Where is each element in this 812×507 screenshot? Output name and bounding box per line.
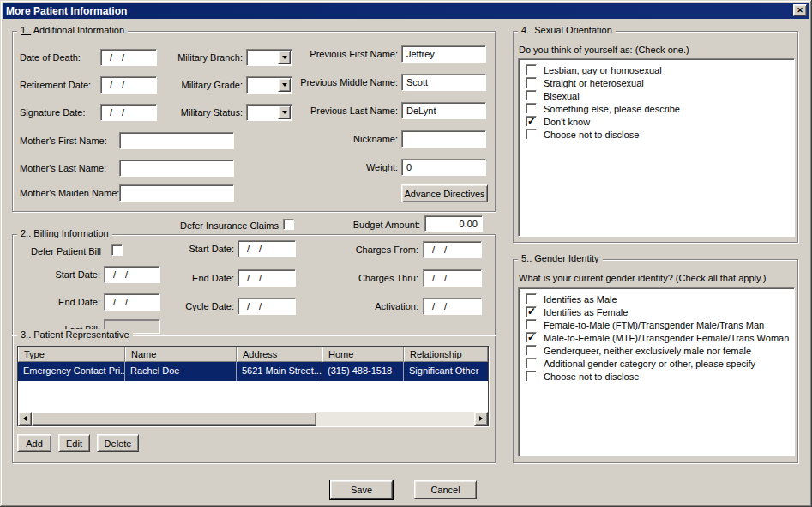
scroll-left-button[interactable] xyxy=(18,412,32,426)
sexual-orientation-question: Do you think of yourself as: (Check one.… xyxy=(519,45,689,56)
list-item[interactable]: Identifies as Male xyxy=(519,293,794,305)
nickname-label: Nickname: xyxy=(283,134,398,145)
previous-middle-name-field[interactable]: Scott xyxy=(401,74,486,91)
previous-first-name-label: Previous First Name: xyxy=(283,49,398,60)
list-item[interactable]: Identifies as Female xyxy=(519,305,794,318)
cell-type: Emergency Contact Pri... xyxy=(18,362,125,381)
cancel-button[interactable]: Cancel xyxy=(414,480,477,499)
checkbox[interactable] xyxy=(526,103,537,114)
more-patient-information-dialog: More Patient Information ✕ 1.. Additiona… xyxy=(0,0,812,507)
group4-title: 4.. Sexual Orientation xyxy=(518,25,616,35)
military-branch-label: Military Branch: xyxy=(137,52,243,63)
billing-start-date-field[interactable]: / / xyxy=(104,266,160,283)
claims-end-date-label: End Date: xyxy=(154,273,234,284)
table-row-selected[interactable]: Emergency Contact Pri... Rachel Doe 5621… xyxy=(18,362,488,381)
military-grade-label: Military Grade: xyxy=(137,80,243,91)
list-item[interactable]: Straight or heterosexual xyxy=(519,76,794,89)
checkbox[interactable] xyxy=(526,116,537,127)
billing-end-date-field[interactable]: / / xyxy=(104,293,160,311)
charges-thru-field[interactable]: / / xyxy=(423,269,482,287)
retirement-date-label: Retirement Date: xyxy=(20,80,91,91)
billing-end-date-label: End Date: xyxy=(26,297,100,308)
previous-middle-name-label: Previous Middle Name: xyxy=(283,77,398,88)
activation-field[interactable]: / / xyxy=(423,298,482,315)
mothers-last-name-field[interactable] xyxy=(119,160,234,177)
cycle-date-label: Cycle Date: xyxy=(154,301,234,312)
edit-button[interactable]: Edit xyxy=(58,434,90,452)
arrow-right-icon xyxy=(479,416,483,421)
claims-end-date-field[interactable]: / / xyxy=(238,269,296,287)
charges-from-field[interactable]: / / xyxy=(423,241,482,258)
signature-date-label: Signature Date: xyxy=(20,107,85,118)
scrollbar-thumb[interactable] xyxy=(32,412,316,426)
defer-patient-bill-label: Defer Patient Bill xyxy=(31,246,101,257)
cell-relationship: Significant Other xyxy=(404,362,488,381)
table-empty-area xyxy=(18,381,488,412)
cycle-date-field[interactable]: / / xyxy=(238,298,296,315)
checkbox[interactable] xyxy=(526,306,537,317)
previous-last-name-field[interactable]: DeLynt xyxy=(401,102,486,119)
column-header-home[interactable]: Home xyxy=(322,347,404,362)
checkbox[interactable] xyxy=(526,129,537,140)
mothers-maiden-name-field[interactable] xyxy=(119,184,234,202)
billing-start-date-label: Start Date: xyxy=(26,269,100,281)
gender-identity-list: Identifies as Male Identifies as Female … xyxy=(518,287,795,456)
weight-label: Weight: xyxy=(283,162,398,173)
checkbox[interactable] xyxy=(526,64,537,75)
list-item[interactable]: Lesbian, gay or homosexual xyxy=(519,63,794,76)
military-status-label: Military Status: xyxy=(137,107,243,118)
weight-field[interactable]: 0 xyxy=(401,159,486,176)
list-item[interactable]: Choose not to disclose xyxy=(519,128,794,141)
checkbox[interactable] xyxy=(526,371,537,382)
column-header-name[interactable]: Name xyxy=(125,347,237,362)
delete-button[interactable]: Delete xyxy=(97,434,139,452)
checkbox[interactable] xyxy=(526,77,537,88)
sexual-orientation-list: Lesbian, gay or homosexual Straight or h… xyxy=(518,58,795,237)
checkbox[interactable] xyxy=(526,332,537,343)
title-bar[interactable]: More Patient Information ✕ xyxy=(3,3,809,19)
defer-insurance-claims-label: Defer Insurance Claims xyxy=(176,220,279,232)
group2-title: 2.. Billing Information xyxy=(17,228,112,238)
list-item[interactable]: Something else, please describe xyxy=(519,102,794,115)
claims-start-date-field[interactable]: / / xyxy=(238,240,296,257)
add-button[interactable]: Add xyxy=(17,434,51,452)
list-item[interactable]: Genderqueer, neither exclusively male no… xyxy=(519,344,794,357)
checkbox[interactable] xyxy=(526,293,537,305)
cell-address: 5621 Main Street... xyxy=(237,362,322,381)
checkbox[interactable] xyxy=(526,345,537,356)
gender-identity-question: What is your current gender identity? (C… xyxy=(519,273,766,284)
list-item[interactable]: Male-to-Female (MTF)/Transgender Female/… xyxy=(519,331,794,344)
defer-insurance-claims-checkbox[interactable] xyxy=(283,219,294,230)
previous-last-name-label: Previous Last Name: xyxy=(283,106,398,117)
checkbox[interactable] xyxy=(526,319,537,330)
group3-title: 3.. Patient Representative xyxy=(17,329,133,340)
nickname-field[interactable] xyxy=(401,130,486,148)
close-icon: ✕ xyxy=(797,7,803,15)
previous-first-name-field[interactable]: Jeffrey xyxy=(401,45,486,63)
mothers-first-name-label: Mother's First Name: xyxy=(20,136,107,147)
list-item[interactable]: Female-to-Male (FTM)/Transgender Male/Tr… xyxy=(519,318,794,331)
mothers-first-name-field[interactable] xyxy=(119,132,234,149)
advance-directives-button[interactable]: Advance Directives xyxy=(401,184,488,202)
column-header-address[interactable]: Address xyxy=(237,347,322,362)
claims-start-date-label: Start Date: xyxy=(154,244,234,255)
budget-amount-field[interactable]: 0.00 xyxy=(424,215,483,232)
checkbox[interactable] xyxy=(526,90,537,101)
list-item[interactable]: Additional gender category or other, ple… xyxy=(519,357,794,370)
group1-title: 1.. Additional Information xyxy=(17,25,128,35)
scroll-right-button[interactable] xyxy=(474,412,488,426)
checkbox[interactable] xyxy=(526,358,537,369)
close-button[interactable]: ✕ xyxy=(793,4,807,16)
horizontal-scrollbar[interactable] xyxy=(18,412,488,426)
scrollbar-track[interactable] xyxy=(316,412,474,426)
list-item[interactable]: Don't know xyxy=(519,115,794,128)
column-header-type[interactable]: Type xyxy=(18,347,125,362)
list-item[interactable]: Choose not to disclose xyxy=(519,370,794,383)
column-header-relationship[interactable]: Relationship xyxy=(404,347,488,362)
list-item[interactable]: Bisexual xyxy=(519,89,794,102)
cell-home: (315) 488-1518 xyxy=(322,362,404,381)
defer-patient-bill-checkbox[interactable] xyxy=(111,244,123,256)
table-header: Type Name Address Home Relationship xyxy=(18,347,488,362)
save-button[interactable]: Save xyxy=(330,480,393,499)
charges-from-label: Charges From: xyxy=(322,244,418,256)
